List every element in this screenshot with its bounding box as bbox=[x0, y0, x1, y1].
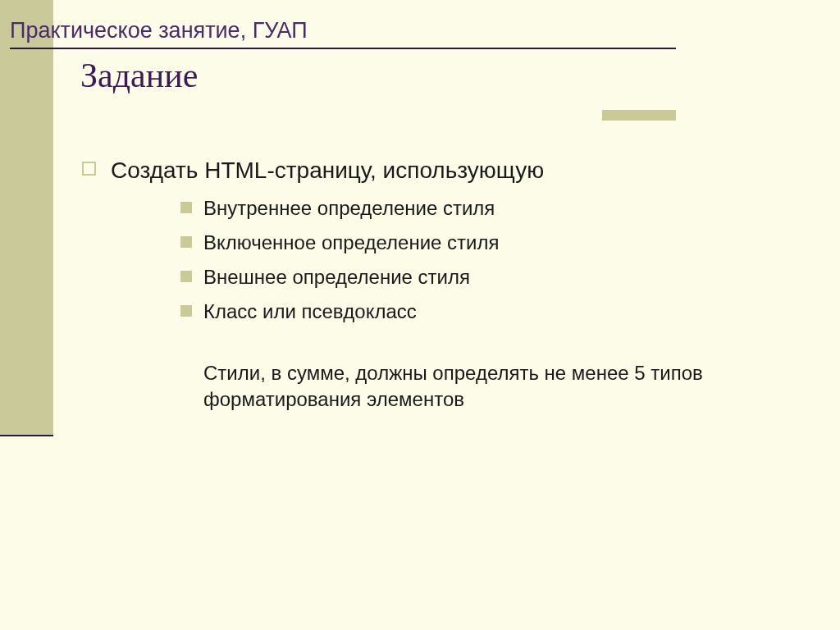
list-item-text: Внутреннее определение стиля bbox=[203, 196, 495, 221]
list-item-text: Включенное определение стиля bbox=[203, 231, 499, 255]
slide-title: Задание bbox=[80, 56, 198, 95]
list-item-text: Создать HTML-страницу, использующую bbox=[111, 156, 544, 185]
list-item: Класс или псевдокласс bbox=[180, 299, 763, 324]
accent-bar bbox=[602, 110, 676, 121]
sub-list: Внутреннее определение стиля Включенное … bbox=[180, 196, 763, 324]
bullet-outline-icon bbox=[82, 162, 96, 176]
header-rule bbox=[10, 48, 676, 49]
list-item: Создать HTML-страницу, использующую bbox=[82, 156, 763, 185]
bullet-filled-icon bbox=[180, 271, 192, 282]
bullet-filled-icon bbox=[180, 236, 192, 248]
summary-text: Стили, в сумме, должны определять не мен… bbox=[203, 360, 712, 413]
short-rule bbox=[0, 435, 53, 436]
list-item-text: Класс или псевдокласс bbox=[203, 299, 417, 324]
bullet-filled-icon bbox=[180, 305, 192, 317]
header-label: Практическое занятие, ГУАП bbox=[10, 18, 308, 43]
content-area: Создать HTML-страницу, использующую Внут… bbox=[82, 156, 763, 413]
list-item-text: Внешнее определение стиля bbox=[203, 265, 470, 290]
list-item: Внешнее определение стиля bbox=[180, 265, 763, 290]
list-item: Внутреннее определение стиля bbox=[180, 196, 763, 221]
sidebar-accent-block bbox=[0, 0, 53, 435]
list-item: Включенное определение стиля bbox=[180, 231, 763, 255]
bullet-filled-icon bbox=[180, 202, 192, 213]
